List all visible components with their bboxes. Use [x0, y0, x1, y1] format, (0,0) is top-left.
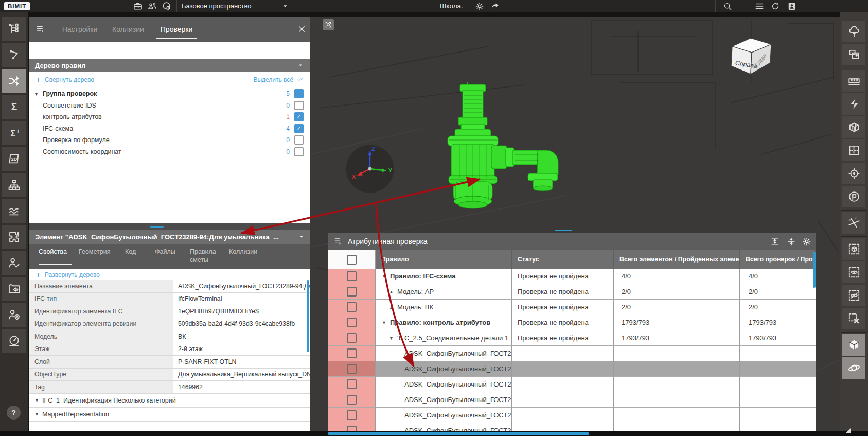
tab-настройки[interactable]: Настройки	[55, 17, 104, 42]
tool-lightning[interactable]	[842, 93, 865, 115]
search-icon[interactable]	[722, 1, 733, 11]
rule-cell[interactable]: ▲Модель: ВК	[376, 300, 512, 315]
table-row[interactable]: ADSK_СифонБутылочный_ГОСТ2	[328, 423, 816, 431]
row-expand-arrow-icon[interactable]: ▲	[389, 289, 394, 294]
close-icon[interactable]	[297, 24, 307, 34]
share-icon[interactable]	[490, 1, 500, 11]
table-row[interactable]: ADSK_СифонБутылочный_ГОСТ2	[328, 392, 816, 408]
panel-menu-icon[interactable]	[36, 24, 46, 34]
table-row[interactable]: ADSK_СифонБутылочный_ГОСТ2	[328, 377, 816, 392]
tool-waves[interactable]	[2, 199, 26, 223]
column-header-2[interactable]: Статус	[512, 250, 614, 269]
collapse-tree-link[interactable]: Свернуть дерево	[35, 76, 94, 84]
element-tab-2[interactable]: Геометрия	[79, 244, 125, 269]
rule-cell[interactable]: ADSK_СифонБутылочный_ГОСТ2	[376, 423, 512, 431]
tree-expand-arrow-icon[interactable]: ▾	[35, 91, 43, 97]
tool-solid-cube[interactable]	[842, 334, 865, 356]
tool-nature-tree[interactable]	[842, 21, 865, 42]
rule-cell[interactable]: ▲Модель: АР	[376, 284, 512, 300]
tool-hide-eye[interactable]	[842, 285, 865, 306]
element-tab-5[interactable]: Правила сметы	[190, 244, 229, 269]
row-checkbox[interactable]	[347, 364, 357, 374]
table-row[interactable]: ADSK_СифонБутылочный_ГОСТ2	[328, 346, 816, 361]
chevron-down-icon[interactable]	[281, 1, 289, 11]
rule-cell[interactable]: ADSK_СифонБутылочный_ГОСТ2	[376, 392, 512, 408]
group-expand-arrow-icon[interactable]: ▾	[36, 411, 38, 417]
expand-rows-icon[interactable]	[770, 236, 780, 247]
selected-element-3d-model[interactable]	[442, 82, 576, 216]
rule-cell[interactable]: ▼Правило: контроль атрибутов	[376, 315, 512, 330]
rule-cell[interactable]: ADSK_СифонБутылочный_ГОСТ2	[376, 346, 512, 361]
rule-checkbox[interactable]	[294, 135, 304, 145]
rule-checkbox[interactable]: ✓	[294, 124, 304, 133]
property-row[interactable]: МодельВК	[29, 330, 310, 343]
fit-view-icon[interactable]	[323, 19, 334, 30]
property-group-row[interactable]: ▾IFC_1_Идентификация Несколько категорий	[29, 394, 310, 408]
element-panel-scrollbar[interactable]	[307, 280, 309, 352]
table-row[interactable]: ▼Правило: контроль атрибутовПроверка не …	[328, 315, 816, 330]
collapse-rows-icon[interactable]	[786, 236, 796, 247]
bimit-logo[interactable]: BIMIT	[4, 2, 30, 10]
tool-shuffle[interactable]	[2, 69, 26, 93]
row-checkbox[interactable]	[347, 287, 357, 297]
rules-tree-item[interactable]: контроль атрибутов1✓	[29, 111, 310, 123]
project-settings-gear-icon[interactable]	[474, 1, 485, 11]
tool-user-check[interactable]	[2, 251, 26, 275]
tab-коллизии[interactable]: Коллизии	[104, 17, 152, 42]
column-header-4[interactable]: Всего проверок / Пройд	[740, 250, 816, 269]
rule-cell[interactable]: ADSK_СифонБутылочный_ГОСТ2	[376, 361, 512, 377]
tool-model-tree[interactable]	[2, 17, 26, 41]
rules-tree-item[interactable]: Соответствие IDS0	[29, 100, 310, 112]
rule-cell[interactable]: ▼Правило: IFC-схема	[376, 269, 512, 284]
element-header[interactable]: Элемент "ADSK_СифонБутылочный_ГОСТ23289-…	[29, 230, 310, 244]
expand-tree-link[interactable]: Развернуть дерево	[35, 271, 100, 278]
row-expand-arrow-icon[interactable]: ▲	[389, 305, 394, 310]
tab-проверки[interactable]: Проверки	[152, 17, 201, 42]
rules-tree-item[interactable]: IFC-схема4✓	[29, 123, 310, 135]
help-button[interactable]: ?	[7, 406, 21, 420]
user-profile-icon[interactable]	[787, 1, 797, 11]
list-icon[interactable]	[754, 1, 765, 11]
divider-grip[interactable]	[150, 226, 164, 228]
table-row[interactable]: ▼'IFC_2.5_Соединительные детали 1Проверк…	[328, 330, 816, 346]
property-row[interactable]: Tag1469962	[29, 381, 310, 394]
element-tab-3[interactable]: Код	[125, 244, 155, 269]
briefcase-icon[interactable]	[133, 1, 143, 11]
table-row[interactable]: ▼Правило: IFC-схемаПроверка не пройдена4…	[328, 269, 816, 284]
tool-folder-share[interactable]	[2, 277, 26, 301]
column-header-1[interactable]: Правило	[376, 250, 512, 269]
property-row[interactable]: IFC-типIfcFlowTerminal	[29, 293, 310, 306]
row-checkbox[interactable]	[347, 410, 357, 420]
row-checkbox[interactable]	[347, 302, 357, 312]
tool-puzzle[interactable]	[2, 225, 26, 249]
workspace-selector[interactable]: Базовое пространство	[182, 2, 252, 10]
tool-branch[interactable]	[2, 43, 26, 67]
tool-axes-12[interactable]: 12	[842, 212, 865, 234]
row-checkbox[interactable]	[347, 318, 357, 327]
property-row[interactable]: Идентификатор элемента IFC1eQPH8Ri97QBBM…	[29, 305, 310, 318]
attr-table-vscrollbar[interactable]	[813, 252, 816, 288]
tool-org-chart[interactable]	[2, 173, 26, 197]
viewport-table-divider-grip[interactable]	[555, 230, 572, 231]
element-tab-6[interactable]: Коллизии	[229, 244, 275, 269]
column-header-3[interactable]: Всего элементов / Пройденных элементов	[614, 250, 740, 269]
tool-show-eye[interactable]	[842, 261, 865, 283]
element-tab-4[interactable]: Файлы	[155, 244, 190, 269]
table-row[interactable]: ADSK_СифонБутылочный_ГОСТ2	[328, 361, 816, 377]
row-expand-arrow-icon[interactable]: ▼	[389, 336, 394, 341]
team-icon[interactable]	[147, 1, 157, 11]
rule-checkbox[interactable]	[294, 147, 304, 156]
select-all-checkbox[interactable]	[347, 255, 357, 265]
tool-section-cube[interactable]	[842, 116, 865, 138]
badge-clock-icon[interactable]	[162, 1, 172, 11]
panel-divider[interactable]	[29, 223, 310, 230]
resize-corner[interactable]	[845, 428, 851, 433]
rules-tree-header[interactable]: Дерево правил	[29, 59, 310, 72]
property-row[interactable]: Название элементаADSK_СифонБутылочный_ГО…	[29, 280, 310, 293]
tool-isolate-cube[interactable]	[842, 238, 865, 260]
tool-floorplan[interactable]	[842, 139, 865, 161]
rule-checkbox[interactable]	[294, 101, 304, 110]
tool-view-2d[interactable]: 2D	[2, 147, 26, 171]
row-checkbox[interactable]	[347, 395, 357, 405]
rule-checkbox[interactable]: ✓	[294, 112, 304, 121]
